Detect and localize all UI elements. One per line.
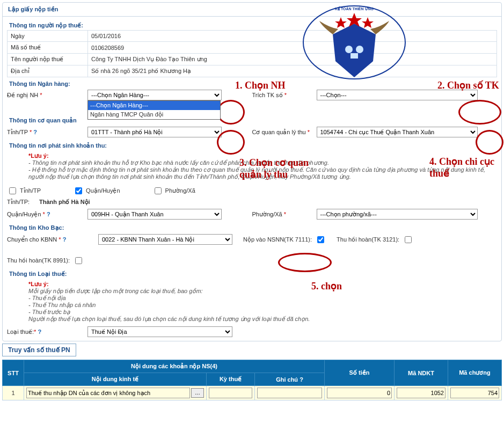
acct-select[interactable]: ---Chọn---: [317, 90, 478, 100]
cq-select[interactable]: 1054744 - Chi cục Thuế Quận Thanh Xuân: [317, 127, 478, 137]
val-date: 05/01/2016: [88, 31, 497, 42]
table-row: 1 …: [3, 386, 502, 400]
section-taxtype-title: Thông tin Loại thuế:: [7, 267, 497, 279]
help-icon[interactable]: ?: [63, 236, 67, 243]
chk-th8991[interactable]: [75, 257, 82, 264]
section-origin-title: Thông tin nơi phát sinh khoản thu:: [7, 139, 497, 150]
hdr-ndkt: Mã NDKT: [395, 360, 448, 386]
help-icon[interactable]: ?: [47, 211, 50, 217]
section-taxpayer-title: Thông tin người nộp thuế:: [7, 19, 497, 30]
cell-gc-input[interactable]: [257, 388, 322, 398]
cell-ndkt-input[interactable]: [397, 388, 445, 398]
lbl-th1: Thu hồi hoàn(TK 3121):: [337, 236, 399, 243]
section-bank-title: Thông tin Ngân hàng:: [7, 77, 497, 88]
hdr-stt: STT: [3, 360, 24, 386]
bank-option-placeholder[interactable]: ---Chọn Ngân Hàng---: [88, 101, 220, 110]
lbl-addr: Địa chỉ: [8, 65, 88, 77]
chk-phuong[interactable]: Phường/Xã: [152, 186, 195, 196]
lbl-nop: Nộp vào NSNN(TK 7111):: [243, 236, 312, 243]
main-panel: Lập giấy nộp tiền Thông tin người nộp th…: [2, 2, 502, 341]
hdr-chuong: Mã chương: [448, 360, 502, 386]
val-mst: 0106208569: [88, 42, 497, 54]
lbl-bank: Đề nghị NH: [7, 92, 38, 98]
lbl-acct: Trích TK số: [252, 92, 283, 98]
cell-stt: 1: [3, 386, 24, 400]
lbl-mst: Mã số thuế: [8, 42, 88, 54]
query-tax-button[interactable]: Truy vấn số thuế PN: [2, 344, 76, 356]
cell-ky-input[interactable]: [209, 388, 252, 398]
page-title: Lập giấy nộp tiền: [3, 3, 501, 17]
kbnn-select[interactable]: 0022 - KBNN Thanh Xuân - Hà Nội: [98, 234, 232, 245]
section-agency-title: Thông tin cơ quan quản: [7, 114, 497, 125]
bank-select[interactable]: ---Chọn Ngân Hàng---: [87, 90, 222, 100]
lbl-cq: Cơ quan quản lý thu: [252, 129, 306, 135]
lbl-date: Ngày: [8, 31, 88, 42]
province-select[interactable]: 01TTT - Thành phố Hà Nội: [87, 127, 222, 137]
lbl-loaithue: Loại thuế:: [7, 329, 34, 335]
bank-option-mb[interactable]: Ngân hàng TMCP Quân đội: [88, 110, 220, 119]
bank-dropdown-list[interactable]: ---Chọn Ngân Hàng--- Ngân hàng TMCP Quân…: [87, 100, 221, 120]
chk-nop[interactable]: [317, 236, 324, 243]
lbl-tinh-ro: Tỉnh/TP:: [7, 199, 39, 206]
lbl-px: Phường/Xã: [252, 211, 282, 217]
taxtype-note: *Lưu ý: Mỗi giấy nộp tiền được lập cho m…: [7, 279, 497, 325]
chk-tinh[interactable]: Tỉnh/TP: [7, 186, 41, 196]
section-kbnn-title: Thông tin Kho Bạc:: [7, 221, 497, 232]
pick-nd-button[interactable]: …: [191, 388, 204, 398]
loaithue-select[interactable]: Thuế Nội Địa: [87, 326, 232, 337]
cell-chuong-input[interactable]: [450, 388, 499, 398]
px-select[interactable]: ---Chọn phường/xã---: [317, 209, 478, 220]
lbl-th2: Thu hồi hoàn(TK 8991):: [7, 257, 70, 264]
val-addr: Số nhà 26 ngõ 35/21 phố Khương Hạ: [88, 65, 497, 77]
help-icon[interactable]: ?: [33, 129, 37, 135]
val-tinh-ro: Thành phố Hà Nội: [39, 199, 90, 206]
lbl-quan: Quận/Huyện: [7, 211, 41, 217]
tax-grid: STT Nội dung các khoản nộp NS(4) Số tiền…: [2, 360, 502, 400]
hdr-nd: Nội dung kinh tế: [24, 373, 207, 386]
lbl-province: Tỉnh/TP: [7, 129, 28, 135]
chk-quan[interactable]: Quận/Huyện: [73, 186, 120, 196]
cell-nd-input[interactable]: [26, 388, 190, 398]
cell-sotien-input[interactable]: [327, 388, 392, 398]
hdr-gc: Ghi chú: [276, 376, 298, 383]
origin-note: *Lưu ý: - Thông tin nơi phát sinh khoản …: [7, 150, 497, 183]
hdr-sotien: Số tiền: [325, 360, 395, 386]
hdr-group: Nội dung các khoản nộp NS(4): [24, 360, 325, 373]
hdr-ky: Kỳ thuế: [207, 373, 255, 386]
lbl-kbnn: Chuyển cho KBNN: [7, 236, 57, 243]
lbl-name: Tên người nộp thuế: [8, 54, 88, 65]
quan-select[interactable]: 009HH - Quận Thanh Xuân: [87, 209, 222, 220]
help-icon[interactable]: ?: [38, 329, 41, 335]
taxpayer-table: Ngày 05/01/2016 Mã số thuế 0106208569 Tê…: [7, 30, 497, 77]
help-icon[interactable]: ?: [300, 376, 303, 383]
chk-th3121[interactable]: [405, 236, 412, 243]
val-name: Công Ty TNHH Dịch Vụ Đào Tạo Thiên ưng: [88, 54, 497, 65]
